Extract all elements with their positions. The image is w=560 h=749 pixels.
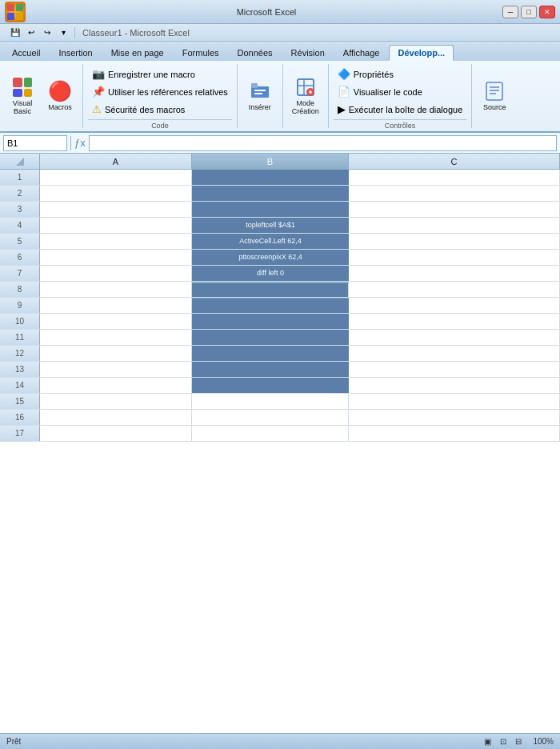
row-number[interactable]: 8 <box>0 282 40 297</box>
row-number[interactable]: 1 <box>0 170 40 185</box>
row-number[interactable]: 3 <box>0 202 40 217</box>
page-layout-btn[interactable]: ⊡ <box>500 737 506 746</box>
row-number[interactable]: 17 <box>0 426 40 441</box>
insert-button[interactable]: Insérer <box>242 76 278 114</box>
row-number[interactable]: 13 <box>0 362 40 377</box>
row-number[interactable]: 2 <box>0 186 40 201</box>
cell-b6[interactable]: pttoscreenpixX 62,4 <box>192 250 349 265</box>
cell-a17[interactable] <box>40 426 192 441</box>
cell-c10[interactable] <box>349 314 560 329</box>
cell-c15[interactable] <box>349 394 560 409</box>
relative-refs-button[interactable]: 📌 Utiliser les références relatives <box>88 83 232 100</box>
close-button[interactable]: ✕ <box>539 6 555 18</box>
cell-a9[interactable] <box>40 298 192 313</box>
cell-b12[interactable] <box>192 346 349 361</box>
properties-button[interactable]: 🔷 Propriétés <box>334 66 467 82</box>
save-quick-btn[interactable]: 💾 <box>8 26 22 40</box>
row-number[interactable]: 12 <box>0 346 40 361</box>
tab-accueil[interactable]: Accueil <box>3 45 49 61</box>
cell-b10[interactable] <box>192 314 349 329</box>
tab-donnees[interactable]: Données <box>229 45 282 61</box>
redo-quick-btn[interactable]: ↪ <box>40 26 54 40</box>
normal-view-btn[interactable]: ▣ <box>484 737 491 746</box>
cell-c4[interactable] <box>349 218 560 233</box>
cell-c7[interactable] <box>349 266 560 281</box>
record-macro-button[interactable]: 📷 Enregistrer une macro <box>88 66 232 82</box>
cell-a6[interactable] <box>40 250 192 265</box>
col-header-b[interactable]: B <box>192 154 349 169</box>
cell-a4[interactable] <box>40 218 192 233</box>
tab-mise-en-page[interactable]: Mise en page <box>102 45 173 61</box>
cell-c17[interactable] <box>349 426 560 441</box>
row-number[interactable]: 15 <box>0 394 40 409</box>
cell-a10[interactable] <box>40 314 192 329</box>
tab-affichage[interactable]: Affichage <box>334 45 389 61</box>
cell-b1[interactable] <box>192 170 349 185</box>
macros-button[interactable]: 🔴 Macros <box>42 76 78 114</box>
cell-b8[interactable] <box>192 282 349 297</box>
row-number[interactable]: 14 <box>0 378 40 393</box>
cell-a8[interactable] <box>40 282 192 297</box>
tab-developpeur[interactable]: Développ... <box>389 45 454 61</box>
cell-c12[interactable] <box>349 346 560 361</box>
formula-input[interactable] <box>89 135 557 151</box>
row-number[interactable]: 7 <box>0 266 40 281</box>
cell-b15[interactable] <box>192 394 349 409</box>
cell-c3[interactable] <box>349 202 560 217</box>
maximize-button[interactable]: □ <box>521 6 537 18</box>
cell-c9[interactable] <box>349 298 560 313</box>
cell-a1[interactable] <box>40 170 192 185</box>
cell-b9[interactable] <box>192 298 349 313</box>
cell-a11[interactable] <box>40 330 192 345</box>
cell-c1[interactable] <box>349 170 560 185</box>
tab-revision[interactable]: Révision <box>282 45 334 61</box>
row-number[interactable]: 5 <box>0 234 40 249</box>
source-button[interactable]: Source <box>477 76 512 114</box>
row-number[interactable]: 16 <box>0 410 40 425</box>
row-number[interactable]: 6 <box>0 250 40 265</box>
undo-quick-btn[interactable]: ↩ <box>24 26 38 40</box>
cell-b5[interactable]: ActiveCell.Left 62,4 <box>192 234 349 249</box>
name-box[interactable]: B1 <box>3 135 67 151</box>
row-number[interactable]: 4 <box>0 218 40 233</box>
cell-c8[interactable] <box>349 282 560 297</box>
cell-a5[interactable] <box>40 234 192 249</box>
col-header-c[interactable]: C <box>349 154 560 169</box>
row-number[interactable]: 10 <box>0 314 40 329</box>
cell-b4[interactable]: topleftcell $A$1 <box>192 218 349 233</box>
corner-cell[interactable] <box>0 154 40 169</box>
col-header-a[interactable]: A <box>40 154 192 169</box>
minimize-button[interactable]: ─ <box>502 6 518 18</box>
cell-b2[interactable] <box>192 186 349 201</box>
cell-c2[interactable] <box>349 186 560 201</box>
cell-c13[interactable] <box>349 362 560 377</box>
qa-dropdown-btn[interactable]: ▾ <box>56 26 70 40</box>
cell-b16[interactable] <box>192 410 349 425</box>
cell-a14[interactable] <box>40 378 192 393</box>
row-number[interactable]: 11 <box>0 330 40 345</box>
tab-insertion[interactable]: Insertion <box>50 45 101 61</box>
cell-b17[interactable] <box>192 426 349 441</box>
cell-c6[interactable] <box>349 250 560 265</box>
cell-c5[interactable] <box>349 234 560 249</box>
cell-c11[interactable] <box>349 330 560 345</box>
visual-basic-button[interactable]: VisualBasic <box>5 72 40 118</box>
macro-security-button[interactable]: ⚠ Sécurité des macros <box>88 101 232 118</box>
cell-b13[interactable] <box>192 362 349 377</box>
cell-a12[interactable] <box>40 346 192 361</box>
cell-a13[interactable] <box>40 362 192 377</box>
page-break-btn[interactable]: ⊟ <box>515 737 522 746</box>
cell-b14[interactable] <box>192 378 349 393</box>
mode-creation-button[interactable]: ModeCréation <box>288 72 323 118</box>
cell-a2[interactable] <box>40 186 192 201</box>
run-dialog-button[interactable]: ▶ Exécuter la boîte de dialogue <box>334 101 467 118</box>
cell-b3[interactable] <box>192 202 349 217</box>
row-number[interactable]: 9 <box>0 298 40 313</box>
view-code-button[interactable]: 📄 Visualiser le code <box>334 83 467 100</box>
cell-c14[interactable] <box>349 378 560 393</box>
cell-a16[interactable] <box>40 410 192 425</box>
cell-b11[interactable] <box>192 330 349 345</box>
cell-a7[interactable] <box>40 266 192 281</box>
formula-function-icon[interactable]: ƒx <box>74 137 86 149</box>
cell-b7[interactable]: diff left 0 <box>192 266 349 281</box>
